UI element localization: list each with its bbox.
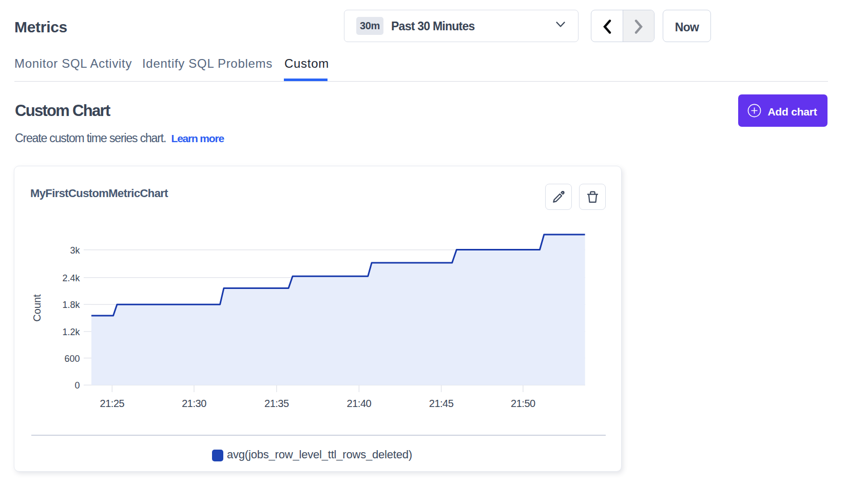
svg-text:21:35: 21:35 [264,398,289,409]
svg-text:21:40: 21:40 [347,398,372,409]
svg-text:21:45: 21:45 [429,398,454,409]
svg-text:0: 0 [74,380,80,391]
svg-text:21:50: 21:50 [511,398,535,409]
svg-text:600: 600 [64,354,80,364]
svg-text:21:30: 21:30 [182,398,206,409]
svg-text:2.4k: 2.4k [62,273,80,283]
svg-text:3k: 3k [70,245,80,256]
svg-text:Count: Count [31,294,43,322]
svg-text:1.2k: 1.2k [62,327,80,337]
svg-text:21:25: 21:25 [100,398,125,409]
svg-text:1.8k: 1.8k [62,300,80,310]
